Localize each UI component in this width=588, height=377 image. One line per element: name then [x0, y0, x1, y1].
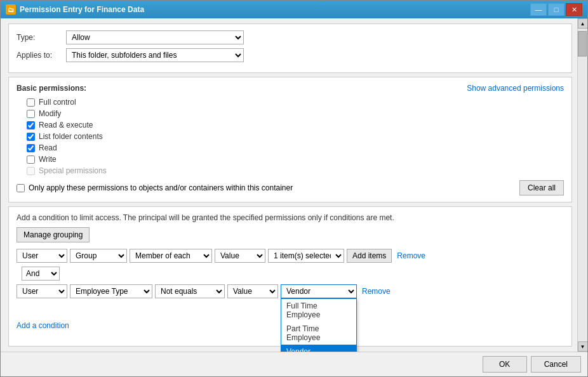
list-folder-label: List folder contents: [39, 132, 103, 141]
read-execute-label: Read & execute: [39, 121, 93, 129]
scroll-thumb[interactable]: [578, 31, 587, 56]
applies-to-label: Applies to:: [17, 51, 61, 60]
dropdown-item-part-time[interactable]: Part Time Employee: [281, 322, 356, 345]
condition-row1-col4-select[interactable]: Value: [215, 249, 265, 263]
manage-grouping-button[interactable]: Manage grouping: [17, 227, 90, 242]
condition-row2-col2-select[interactable]: Employee Type: [70, 284, 152, 298]
main-window: 🗂 Permission Entry for Finance Data — □ …: [0, 0, 588, 377]
condition-row1-col3-select[interactable]: Member of each Member of any: [130, 249, 212, 263]
and-row: And Or: [17, 267, 564, 281]
main-panel: Type: Allow Deny Applies to: This folder…: [1, 18, 577, 352]
cancel-button[interactable]: Cancel: [531, 356, 581, 373]
condition-row2-remove-link[interactable]: Remove: [362, 287, 391, 296]
condition-section: Add a condition to limit access. The pri…: [8, 206, 572, 347]
special-perms-label: Special permissions: [39, 166, 107, 175]
scroll-up-button[interactable]: ▲: [578, 18, 588, 29]
full-control-label: Full control: [39, 98, 76, 107]
condition-row-2: User Device Employee Type Not equals Equ…: [17, 284, 564, 298]
applies-to-select[interactable]: This folder, subfolders and files This f…: [66, 48, 244, 62]
condition-row-1: User Device Group Member of each Member …: [17, 249, 564, 263]
apply-only-left: Only apply these permissions to objects …: [17, 183, 293, 192]
special-perms-checkbox: [27, 167, 35, 175]
content-area: Type: Allow Deny Applies to: This folder…: [1, 18, 587, 352]
read-execute-row: Read & execute: [17, 121, 564, 129]
full-control-row: Full control: [17, 98, 564, 107]
apply-only-checkbox[interactable]: [17, 184, 25, 192]
modify-label: Modify: [39, 109, 61, 118]
read-label: Read: [39, 143, 57, 152]
add-items-button[interactable]: Add items: [347, 249, 392, 263]
write-row: Write: [17, 155, 564, 164]
add-condition-link[interactable]: Add a condition: [17, 321, 69, 330]
maximize-button[interactable]: □: [548, 3, 565, 16]
modify-row: Modify: [17, 109, 564, 118]
read-execute-checkbox[interactable]: [27, 121, 35, 129]
condition-row1-remove-link[interactable]: Remove: [397, 251, 425, 260]
title-bar-left: 🗂 Permission Entry for Finance Data: [6, 4, 144, 15]
title-controls: — □ ✕: [530, 3, 582, 16]
list-folder-row: List folder contents: [17, 132, 564, 141]
title-bar: 🗂 Permission Entry for Finance Data — □ …: [1, 1, 587, 18]
type-select[interactable]: Allow Deny: [66, 30, 244, 44]
permissions-title: Basic permissions:: [17, 84, 86, 93]
dropdown-item-vendor[interactable]: Vendor: [281, 345, 356, 352]
condition-row2-col1-select[interactable]: User Device: [17, 284, 67, 298]
minimize-button[interactable]: —: [530, 3, 547, 16]
apply-only-label: Only apply these permissions to objects …: [29, 183, 293, 192]
window-icon: 🗂: [6, 4, 16, 15]
window-title: Permission Entry for Finance Data: [20, 5, 144, 14]
condition-row1-col1-select[interactable]: User Device: [17, 249, 67, 263]
applies-to-row: Applies to: This folder, subfolders and …: [17, 48, 564, 62]
vendor-select[interactable]: Vendor: [281, 284, 357, 298]
condition-row1-col5-select[interactable]: 1 item(s) selected: [268, 249, 344, 263]
show-advanced-link[interactable]: Show advanced permissions: [467, 84, 564, 93]
type-section: Type: Allow Deny Applies to: This folder…: [8, 23, 572, 73]
vendor-dropdown-popup: Full Time Employee Part Time Employee Ve…: [281, 298, 357, 352]
permissions-header: Basic permissions: Show advanced permiss…: [17, 84, 564, 93]
dropdown-item-full-time[interactable]: Full Time Employee: [281, 299, 356, 322]
scroll-down-button[interactable]: ▼: [578, 341, 588, 352]
condition-row1-col2-select[interactable]: Group: [70, 249, 127, 263]
close-button[interactable]: ✕: [566, 3, 582, 16]
condition-row2-col4-select[interactable]: Value: [227, 284, 278, 298]
modify-checkbox[interactable]: [27, 110, 35, 118]
scrollbar: ▲ ▼: [577, 18, 587, 352]
list-folder-checkbox[interactable]: [27, 133, 35, 141]
type-label: Type:: [17, 33, 61, 42]
write-checkbox[interactable]: [27, 155, 35, 164]
full-control-checkbox[interactable]: [27, 98, 35, 107]
clear-all-button[interactable]: Clear all: [519, 180, 564, 195]
permissions-section: Basic permissions: Show advanced permiss…: [8, 77, 572, 202]
ok-button[interactable]: OK: [483, 356, 527, 373]
condition-row2-col3-select[interactable]: Not equals Equals: [155, 284, 225, 298]
and-select[interactable]: And Or: [22, 267, 60, 281]
write-label: Write: [39, 155, 57, 164]
vendor-select-wrapper: Vendor Full Time Employee Part Time Empl…: [281, 284, 357, 298]
footer: OK Cancel: [1, 352, 587, 376]
read-row: Read: [17, 143, 564, 152]
condition-description: Add a condition to limit access. The pri…: [17, 213, 564, 222]
type-row: Type: Allow Deny: [17, 30, 564, 44]
scroll-track: [578, 29, 587, 341]
special-perms-row: Special permissions: [17, 166, 564, 175]
apply-only-row: Only apply these permissions to objects …: [17, 180, 564, 195]
read-checkbox[interactable]: [27, 144, 35, 152]
